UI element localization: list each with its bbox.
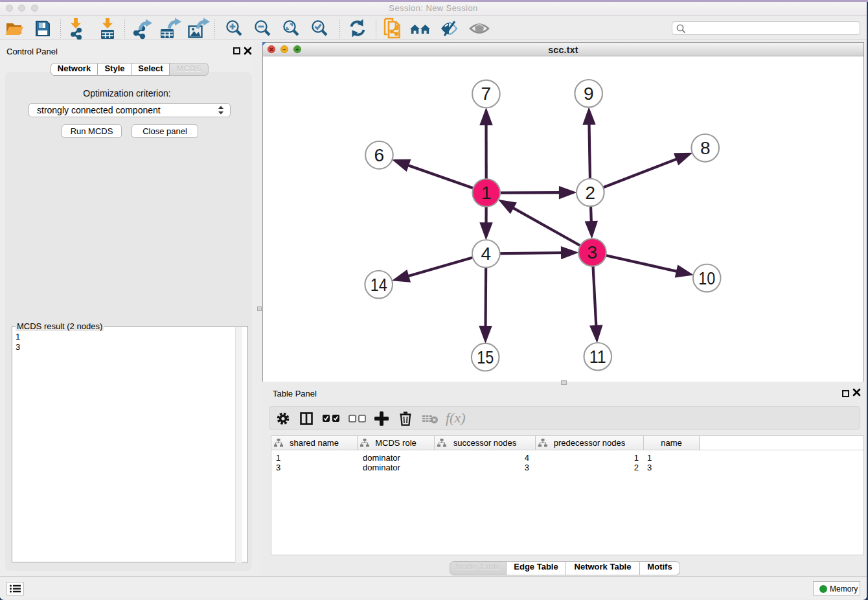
svg-text:1: 1 [481,183,492,203]
svg-text:2: 2 [586,183,596,203]
svg-text:9: 9 [584,84,594,104]
svg-text:4: 4 [481,244,492,264]
svg-text:15: 15 [477,347,494,367]
svg-text:14: 14 [371,275,387,295]
svg-text:6: 6 [374,145,385,165]
svg-text:8: 8 [700,138,711,158]
svg-text:7: 7 [481,84,492,104]
svg-text:3: 3 [588,242,598,262]
svg-text:11: 11 [589,347,606,367]
svg-text:10: 10 [698,268,715,288]
